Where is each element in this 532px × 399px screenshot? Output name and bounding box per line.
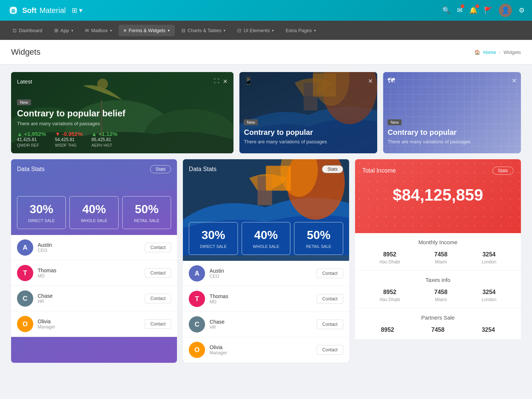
close-icon[interactable]: ✕ <box>223 78 228 85</box>
thomas-role-1: MD <box>38 273 140 279</box>
ds2-pct-3-label: RETAIL SALE <box>298 244 339 249</box>
austin-avatar-circle-2: A <box>189 265 205 282</box>
olivia-info-2: Olivia Manager <box>209 344 312 355</box>
partners-title: Partners Sale <box>362 314 514 321</box>
austin-avatar-2: A <box>189 265 205 282</box>
ds1-pct-2: 40% WHOLE SALE <box>69 196 118 229</box>
austin-contact-button-1[interactable]: Contact <box>145 243 171 252</box>
olivia-avatar-2: O <box>189 342 205 358</box>
nav-mailbox[interactable]: ✉ Mailbox ▾ <box>80 25 117 36</box>
mail-badge <box>461 4 464 8</box>
stat-1-value: ▲ +1,952% <box>17 131 46 137</box>
ds1-pct-2-value: 40% <box>74 202 114 216</box>
card-medium: 📱 ✕ New Contrary to popular There are ma… <box>239 72 377 153</box>
austin-avatar-1: A <box>17 239 33 256</box>
card-medium-title: Contrary to popular <box>244 128 373 137</box>
ds2-pct-2-label: WHOLE SALE <box>246 244 286 249</box>
nav-forms-widgets[interactable]: ≡ Forms & Widgets ▾ <box>119 25 175 36</box>
taxes-stat-1-num: 8952 <box>379 289 400 296</box>
expand-icon[interactable]: ⛶ <box>214 78 219 85</box>
nav-extra-pages[interactable]: Extra Pages ▾ <box>280 25 321 36</box>
search-icon[interactable]: 🔍 <box>442 6 450 14</box>
stat-3-amount: 85,425.81 <box>92 137 117 142</box>
monthly-income-title: Monthly Income <box>362 239 514 245</box>
monthly-income-section: Monthly Income 8952 Abu Dhabi 7458 Miami… <box>355 233 521 271</box>
monthly-stat-1: 8952 Abu Dhabi <box>379 251 400 265</box>
card-medium-close-icon[interactable]: ✕ <box>368 78 373 85</box>
nav-ui-label: UI Elements <box>243 28 270 33</box>
thomas-contact-button-1[interactable]: Contact <box>145 268 171 278</box>
monthly-stat-3-city: London <box>482 259 497 265</box>
flag-icon[interactable]: 🚩 <box>484 6 492 14</box>
ui-caret-icon: ▾ <box>272 28 274 33</box>
olivia-name-1: Olivia <box>38 318 140 324</box>
dashboard-icon: ⊡ <box>13 28 17 33</box>
nav-app-label: App <box>61 28 69 33</box>
mailbox-caret-icon: ▾ <box>110 28 112 33</box>
new-badge: New <box>17 99 31 105</box>
user-avatar[interactable]: 👤 <box>499 4 512 17</box>
mail-icon[interactable]: ✉ <box>457 6 463 14</box>
thomas-info-2: Thomas MD <box>209 293 312 304</box>
charts-caret-icon: ▾ <box>224 28 225 33</box>
thomas-avatar-2: T <box>189 291 205 307</box>
chase-contact-button-1[interactable]: Contact <box>145 294 171 303</box>
card-latest-label: Latest <box>17 78 32 85</box>
card-purple-content: New Contrary to popular There are many v… <box>388 119 516 149</box>
card-purple-close-icon[interactable]: ✕ <box>512 77 516 84</box>
ds1-pct-row: 30% DIRECT SALE 40% WHOLE SALE 50% RETAI… <box>11 190 177 235</box>
ds2-stats-button[interactable]: Stats <box>322 165 343 173</box>
thomas-avatar-circle-2: T <box>189 291 205 307</box>
nav-app[interactable]: ⊞ App ▾ <box>49 25 78 36</box>
stat-1-amount: 41,425.81 <box>17 137 46 142</box>
ds2-pct-3: 50% RETAIL SALE <box>294 222 343 255</box>
taxes-stat-3: 3254 London <box>482 289 497 302</box>
ds2-header: Data Stats Stats <box>183 159 349 179</box>
card-medium-top: 📱 ✕ <box>244 76 373 85</box>
austin-info-1: Austin CEO <box>38 242 140 253</box>
app-caret-icon: ▾ <box>71 28 73 33</box>
mailbox-icon: ✉ <box>85 28 89 33</box>
nav-charts-tables[interactable]: ⊟ Charts & Tables ▾ <box>176 25 231 36</box>
partners-section: Partners Sale 8952 7458 3254 <box>355 308 521 340</box>
logo[interactable]: SoftMaterial <box>7 4 66 16</box>
settings-icon[interactable]: ⚙ <box>519 6 525 14</box>
taxes-stat-2: 7458 Miami <box>434 289 448 302</box>
top-navigation: SoftMaterial ⊞ ▾ 🔍 ✉ 🔔 🚩 👤 ⚙ <box>0 0 532 21</box>
olivia-role-1: Manager <box>38 324 140 330</box>
stat-3-value: ▲ +1.12% <box>92 131 117 137</box>
stat-2-ref: WSDF THG <box>55 143 83 147</box>
contact-olivia-1: O Olivia Manager Contact <box>11 311 177 337</box>
ds1-stats-button[interactable]: Stats <box>150 165 171 173</box>
nav-dashboard[interactable]: ⊡ Dashboard <box>7 25 48 36</box>
chase-info-2: Chase HR <box>209 319 312 330</box>
thomas-contact-button-2[interactable]: Contact <box>317 294 343 304</box>
contact-thomas-2: T Thomas MD Contact <box>183 286 349 312</box>
card-purple: 🗺 ✕ New Contrary to popular There are ma… <box>383 72 521 153</box>
card-latest: Latest ⛶ ✕ New Contrary to popular belie… <box>11 72 233 153</box>
taxes-stat-2-city: Miami <box>434 297 448 302</box>
chase-contact-button-2[interactable]: Contact <box>317 320 343 329</box>
taxes-stat-3-city: London <box>482 297 497 302</box>
contact-chase-1: C Chase HR Contact <box>11 286 177 311</box>
breadcrumb-home[interactable]: Home <box>483 50 496 55</box>
olivia-contact-button-2[interactable]: Contact <box>317 345 343 355</box>
olivia-contact-button-1[interactable]: Contact <box>145 319 171 329</box>
nav-mailbox-label: Mailbox <box>91 28 108 33</box>
notification-bell-icon[interactable]: 🔔 <box>469 6 477 14</box>
income-stats-button[interactable]: Stats <box>492 167 514 175</box>
card-medium-content: New Contrary to popular There are many v… <box>244 119 373 149</box>
taxes-stat-1: 8952 Abu Dhabi <box>379 289 400 302</box>
austin-contact-button-2[interactable]: Contact <box>317 269 343 278</box>
chase-name-2: Chase <box>209 319 312 325</box>
breadcrumb-current: Widgets <box>504 50 521 55</box>
forms-icon: ≡ <box>124 28 127 33</box>
card-purple-title: Contrary to popular <box>388 128 516 137</box>
grid-icon[interactable]: ⊞ ▾ <box>72 6 82 14</box>
ds2-pct-1-value: 30% <box>193 228 233 242</box>
nav-ui-elements[interactable]: ⊡ UI Elements ▾ <box>232 25 279 36</box>
card-latest-subtitle: There are many variations of passages <box>17 121 228 126</box>
map-icon: 🗺 <box>388 76 395 85</box>
thomas-avatar-1: T <box>17 265 33 281</box>
logo-icon <box>7 4 19 16</box>
